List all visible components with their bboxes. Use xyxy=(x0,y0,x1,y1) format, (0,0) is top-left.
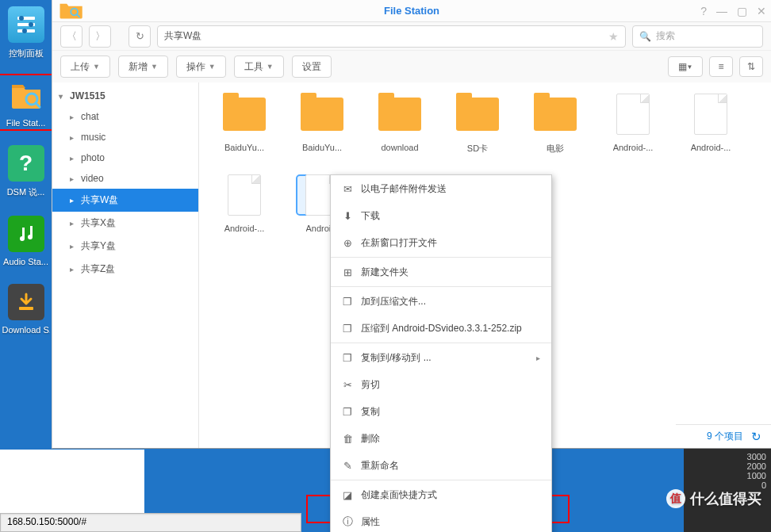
sort-button[interactable]: ⇅ xyxy=(739,56,763,77)
context-menu-item[interactable]: ◪创建桌面快捷方式 xyxy=(331,481,551,508)
menu-item-label: 复制到/移动到 ... xyxy=(361,351,432,365)
list-view-button[interactable]: ≡ xyxy=(709,56,733,77)
menu-item-label: 在新窗口打开文件 xyxy=(361,236,437,250)
desktop-icons: 控制面板 File Stat... ? DSM 说... Audio Sta..… xyxy=(0,0,52,352)
context-menu-item[interactable]: ❐加到压缩文件... xyxy=(331,288,551,315)
titlebar: File Station ? — ▢ ✕ xyxy=(52,0,771,22)
menu-item-label: 剪切 xyxy=(361,378,380,392)
download-icon xyxy=(8,284,44,320)
tree-node[interactable]: ▸共享Y盘 xyxy=(52,235,198,258)
help-icon: ? xyxy=(8,145,44,182)
favorite-star-icon[interactable]: ★ xyxy=(608,30,619,43)
folder-tree: ▾JW1515 ▸chat▸music▸photo▸video▸共享W盘▸共享X… xyxy=(52,82,199,448)
desktop-icon-audio[interactable]: Audio Sta... xyxy=(0,216,52,266)
menu-item-icon: ❐ xyxy=(342,352,353,364)
desktop-icon-help[interactable]: ? DSM 说... xyxy=(0,145,52,198)
context-menu-item[interactable]: ⬇下载 xyxy=(331,202,551,229)
address-bar[interactable]: 168.50.150:5000/# xyxy=(0,513,301,532)
tree-node[interactable]: ▸photo xyxy=(52,147,198,168)
menu-item-label: 复制 xyxy=(361,405,380,419)
path-text: 共享W盘 xyxy=(164,29,201,43)
file-name: 电影 xyxy=(547,143,564,155)
context-menu-item[interactable]: ✎重新命名 xyxy=(331,452,551,479)
menu-item-label: 压缩到 Android-DSvideo.3.3.1-252.zip xyxy=(361,322,522,335)
file-station-icon xyxy=(8,77,44,113)
menu-item-label: 创建桌面快捷方式 xyxy=(361,488,437,502)
context-menu-item[interactable]: ❐复制 xyxy=(331,398,551,425)
folder-item[interactable]: download xyxy=(361,92,439,173)
grid-view-button[interactable]: ▦ ▼ xyxy=(668,56,703,77)
menu-item-icon: ◪ xyxy=(342,489,353,501)
settings-button[interactable]: 设置 xyxy=(292,55,332,78)
file-item[interactable]: Android-... xyxy=(672,92,750,173)
menu-item-label: 重新命名 xyxy=(361,459,399,473)
file-name: download xyxy=(381,143,418,152)
folder-item[interactable]: BaiduYu... xyxy=(283,92,361,173)
desktop-icon-download[interactable]: Download S... xyxy=(0,284,52,335)
back-button[interactable]: 〈 xyxy=(60,25,82,48)
menu-item-icon: ✂ xyxy=(342,379,353,391)
maximize-button[interactable]: ▢ xyxy=(737,5,747,17)
menu-item-icon: ✉ xyxy=(342,183,353,195)
tree-node[interactable]: ▸共享W盘 xyxy=(52,189,198,212)
forward-button[interactable]: 〉 xyxy=(89,25,111,48)
menu-item-label: 属性 xyxy=(361,515,380,529)
file-name: Android-... xyxy=(224,224,265,233)
folder-item[interactable]: BaiduYu... xyxy=(205,92,283,173)
desktop-icon-file-station[interactable]: File Stat... xyxy=(0,77,52,128)
context-menu-item[interactable]: ✂剪切 xyxy=(331,371,551,398)
help-button[interactable]: ? xyxy=(700,5,707,17)
tree-panel-bg xyxy=(0,450,144,513)
desktop-label: 控制面板 xyxy=(9,48,44,59)
refresh-icon[interactable]: ↻ xyxy=(751,430,761,444)
folder-item[interactable]: SD卡 xyxy=(439,92,516,173)
desktop-icon-control-panel[interactable]: 控制面板 xyxy=(0,6,52,59)
menu-item-label: 下载 xyxy=(361,209,380,223)
tools-button[interactable]: 工具▼ xyxy=(234,55,284,78)
file-item[interactable]: Android-... xyxy=(205,173,283,254)
file-icon xyxy=(616,94,650,135)
close-button[interactable]: ✕ xyxy=(757,5,766,17)
tree-node[interactable]: ▸共享Z盘 xyxy=(52,258,198,281)
refresh-button[interactable]: ↻ xyxy=(128,25,151,48)
menu-separator xyxy=(331,257,551,258)
tree-node[interactable]: ▸music xyxy=(52,127,198,147)
tree-root[interactable]: ▾JW1515 xyxy=(52,86,198,106)
desktop-label: Audio Sta... xyxy=(3,257,48,266)
context-menu-item[interactable]: ⊞新建文件夹 xyxy=(331,258,551,285)
menu-item-label: 加到压缩文件... xyxy=(361,295,426,308)
menu-item-icon: ⓘ xyxy=(342,515,353,529)
tree-node[interactable]: ▸共享X盘 xyxy=(52,212,198,235)
context-menu-item[interactable]: ⓘ属性 xyxy=(331,508,551,532)
tree-node[interactable]: ▸video xyxy=(52,168,198,189)
menu-item-icon: ✎ xyxy=(342,460,353,472)
control-panel-icon xyxy=(8,6,44,43)
menu-separator xyxy=(331,286,551,287)
file-name: Android-... xyxy=(691,143,731,152)
path-input[interactable]: 共享W盘 ★ xyxy=(157,25,626,48)
folder-icon xyxy=(456,98,499,131)
context-menu-item[interactable]: ❐复制到/移动到 ...▸ xyxy=(331,344,551,371)
watermark-text: 什么值得买 xyxy=(690,489,761,508)
menu-item-icon: ⬇ xyxy=(342,210,353,222)
tree-node[interactable]: ▸chat xyxy=(52,106,198,127)
svg-rect-8 xyxy=(19,307,33,310)
new-button[interactable]: 新增▼ xyxy=(118,55,168,78)
context-menu-item[interactable]: ✉以电子邮件附件发送 xyxy=(331,175,551,202)
file-name: BaiduYu... xyxy=(302,143,342,152)
menu-item-label: 以电子邮件附件发送 xyxy=(361,182,447,196)
search-placeholder: 搜索 xyxy=(656,29,675,43)
menu-item-icon: ⊕ xyxy=(342,237,353,249)
search-input[interactable]: 🔍 搜索 xyxy=(632,25,763,48)
file-item[interactable]: Android-... xyxy=(594,92,672,173)
folder-item[interactable]: 电影 xyxy=(516,92,594,173)
action-button[interactable]: 操作▼ xyxy=(176,55,226,78)
context-menu-item[interactable]: ❐压缩到 Android-DSvideo.3.3.1-252.zip xyxy=(331,315,551,342)
desktop-label: File Stat... xyxy=(6,118,46,128)
folder-icon xyxy=(223,98,266,131)
minimize-button[interactable]: — xyxy=(716,5,727,17)
menu-item-icon: 🗑 xyxy=(342,433,353,445)
upload-button[interactable]: 上传▼ xyxy=(60,55,110,78)
context-menu-item[interactable]: 🗑删除 xyxy=(331,425,551,452)
context-menu-item[interactable]: ⊕在新窗口打开文件 xyxy=(331,229,551,256)
